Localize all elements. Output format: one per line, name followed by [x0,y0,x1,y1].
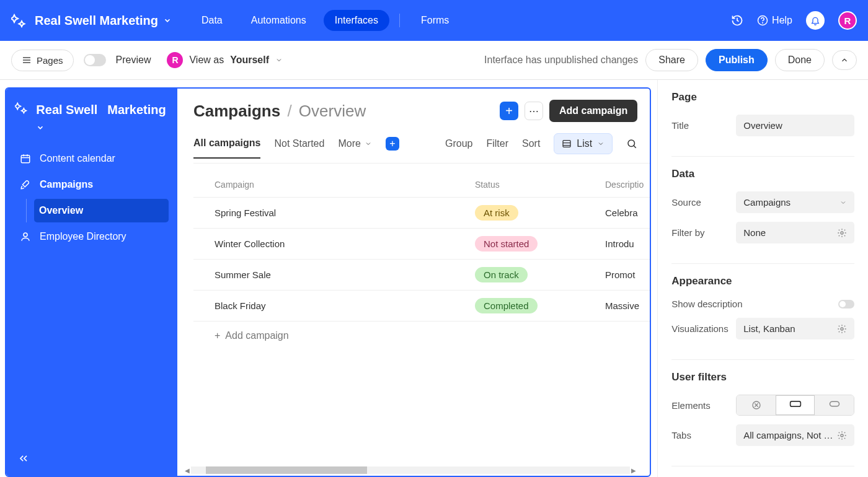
sort-button[interactable]: Sort [522,138,540,149]
visualizations-select[interactable]: List, Kanban [736,318,854,339]
show-description-toggle[interactable] [838,300,854,309]
table-row[interactable]: Black FridayCompletedMassive [193,291,650,322]
svg-rect-10 [563,141,570,147]
viewas-avatar: R [167,52,183,68]
publish-button[interactable]: Publish [706,49,768,71]
rocket-icon [20,179,31,190]
interface-preview: Real Swell Marketing Content calendar Ca… [5,87,651,477]
add-element-button[interactable]: + [500,102,518,120]
properties-panel: Page Title Overview Data Source Campaign… [657,80,868,477]
base-name[interactable]: Real Swell Marketing [35,14,172,28]
chevron-down-icon [163,16,172,25]
sidebar-item-label: Overview [39,205,83,216]
done-button[interactable]: Done [775,49,825,71]
x-circle-icon [751,400,761,410]
add-row-button[interactable]: + Add campaign [193,322,650,350]
share-button[interactable]: Share [645,49,698,71]
tab-not-started[interactable]: Not Started [274,138,324,158]
nav-interfaces[interactable]: Interfaces [324,10,389,31]
preview-label: Preview [116,55,151,66]
elements-opt-none[interactable] [737,395,776,415]
cell-description: Introdu [605,239,644,249]
filterby-select[interactable]: None [736,222,854,243]
section-heading-data: Data [671,168,854,180]
sidebar-item-label: Campaigns [40,179,93,190]
nav-forms[interactable]: Forms [410,10,460,31]
sparkle-icon [11,13,26,28]
prop-label-showdesc: Show description [671,299,830,309]
elements-opt-field[interactable] [776,395,815,415]
sidebar-item-content-calendar[interactable]: Content calendar [15,147,169,170]
table-row[interactable]: Spring FestivalAt riskCelebra [193,198,650,229]
table-row[interactable]: Summer SaleOn trackPromot [193,260,650,291]
column-header-status[interactable]: Status [475,180,605,190]
preview-toggle[interactable] [84,54,106,66]
add-campaign-button[interactable]: Add campaign [549,100,637,122]
search-icon [626,138,637,149]
svg-rect-19 [830,401,839,406]
sidebar-item-overview[interactable]: Overview [34,199,169,222]
sparkle-icon [15,101,27,115]
nav-data[interactable]: Data [190,10,234,31]
chevron-down-icon [275,56,283,64]
user-avatar[interactable]: R [838,11,857,30]
history-icon[interactable] [731,14,743,27]
svg-point-9 [24,233,27,237]
more-options-button[interactable]: ⋯ [525,102,543,120]
column-header-description[interactable]: Descriptio [605,180,644,190]
filter-button[interactable]: Filter [486,138,508,149]
cell-status: At risk [475,205,605,221]
view-mode-dropdown[interactable]: List [554,133,613,154]
breadcrumb-root[interactable]: Campaigns [193,102,280,120]
svg-rect-18 [790,401,800,406]
add-tab-button[interactable]: + [386,137,399,151]
chevron-down-icon [365,140,372,147]
nav-automations[interactable]: Automations [240,10,317,31]
prop-label-viz: Visualizations [671,323,727,334]
prop-label-tabs: Tabs [671,430,727,440]
expand-button[interactable] [832,50,857,70]
tab-more[interactable]: More [338,138,371,158]
tabs-row: All campaigns Not Started More + Group F… [193,133,650,164]
sidebar-item-employee-directory[interactable]: Employee Directory [15,225,169,248]
tab-all-campaigns[interactable]: All campaigns [193,138,260,159]
prop-label-source: Source [671,197,727,208]
chevrons-left-icon [17,452,30,465]
svg-rect-5 [21,155,30,163]
notifications-button[interactable] [806,11,825,30]
elements-tri-select[interactable] [736,395,854,416]
menu-icon [22,55,32,65]
status-badge: On track [475,267,528,282]
source-select[interactable]: Campaigns [736,191,854,213]
title-input[interactable]: Overview [736,115,854,136]
prop-label-filterby: Filter by [671,227,727,238]
cell-status: Completed [475,298,605,313]
section-heading-page: Page [671,91,854,103]
collapse-sidebar-button[interactable] [17,452,30,465]
elements-opt-pill[interactable] [815,395,854,415]
sidebar-item-campaigns[interactable]: Campaigns [15,173,169,196]
group-button[interactable]: Group [445,138,472,149]
section-heading-appearance: Appearance [671,275,854,287]
status-badge: Completed [475,298,538,313]
cell-description: Massive [605,300,644,311]
chevron-down-icon [839,199,847,206]
cell-status: Not started [475,236,605,252]
view-as-selector[interactable]: R View as Yourself [167,52,283,68]
horizontal-scrollbar[interactable]: ◀ ▶ [184,466,637,475]
search-button[interactable] [626,138,637,149]
pages-button[interactable]: Pages [11,50,74,71]
status-badge: Not started [475,236,538,252]
chevron-down-icon [36,123,45,132]
prop-label-title: Title [671,120,727,131]
tabs-select[interactable]: All campaigns, Not … [736,424,854,446]
app-title[interactable]: Real Swell Marketing [15,101,169,132]
status-badge: At risk [475,205,518,221]
base-logo[interactable]: Real Swell Marketing [11,13,172,28]
table-row[interactable]: Winter CollectionNot startedIntrodu [193,229,650,260]
interface-sidebar: Real Swell Marketing Content calendar Ca… [6,89,177,476]
help-button[interactable]: Help [757,15,792,26]
svg-point-1 [763,22,763,23]
column-header-campaign[interactable]: Campaign [215,180,475,190]
cell-campaign: Black Friday [215,300,475,311]
